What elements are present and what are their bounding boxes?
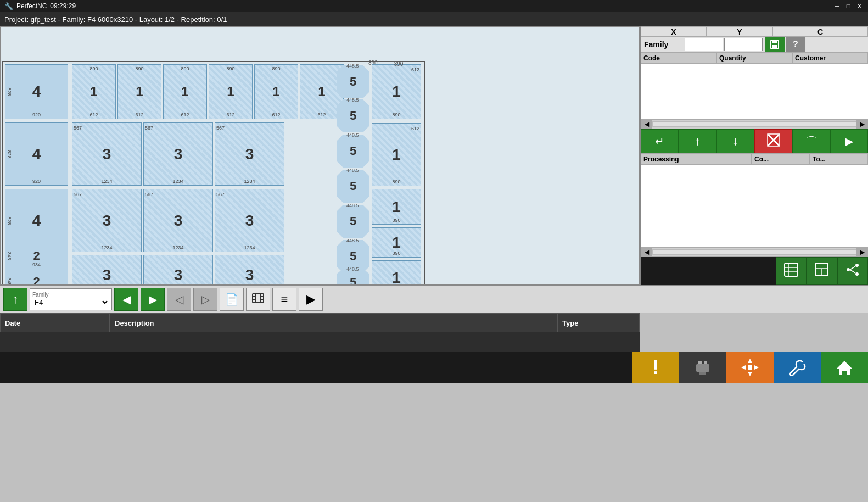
proc-scroll-right[interactable]: ▶ xyxy=(856,248,867,256)
app-title-group: 🔧 PerfectNC 09:29:29 xyxy=(4,2,76,10)
family-x-input[interactable] xyxy=(685,38,723,51)
minimize-btn[interactable]: ─ xyxy=(833,2,842,10)
dock-plugin-btn[interactable] xyxy=(679,352,726,383)
proc-scroll-left[interactable]: ◀ xyxy=(641,248,652,256)
dock-wrench-btn[interactable] xyxy=(774,352,821,383)
family-help-btn[interactable]: ? xyxy=(786,37,805,52)
dim-567e: 567 xyxy=(145,192,153,197)
action-up-btn[interactable]: ↑ xyxy=(679,129,716,153)
log-body xyxy=(0,332,640,352)
dock-exclamation-btn[interactable]: ! xyxy=(632,352,679,383)
scroll-left-btn[interactable]: ◀ xyxy=(641,120,652,129)
dim-828b: 828 xyxy=(7,150,12,158)
right-panel: X Y C Family ? Code Quantity Custome xyxy=(640,26,868,285)
proc-scroll-track xyxy=(652,249,856,255)
dim-612a: 612 xyxy=(89,112,98,118)
action-next-btn[interactable]: ▶ xyxy=(830,129,868,153)
family-y-input[interactable] xyxy=(724,38,763,51)
dim-890b: 890 xyxy=(135,66,143,71)
svg-rect-28 xyxy=(699,372,706,375)
dim-890a: 890 xyxy=(89,66,98,71)
dim-890r4: 890 xyxy=(392,250,400,256)
dim-1234c: 1234 xyxy=(244,179,255,184)
equals-btn[interactable]: ≡ xyxy=(272,288,296,311)
dim-612r2: 612 xyxy=(411,126,419,131)
processing-row: Processing Co... To... xyxy=(641,153,868,165)
family-row: Family ? xyxy=(641,37,868,53)
nav-next-green-btn[interactable]: ▶ xyxy=(141,288,165,311)
action-cross-btn[interactable] xyxy=(754,129,792,153)
action-return-btn[interactable]: ↵ xyxy=(641,129,679,153)
app-title: PerfectNC xyxy=(16,2,47,10)
canvas-area: 890 4 920 828 4 920 828 4 920 828 2 934 … xyxy=(0,26,640,285)
family-table[interactable] xyxy=(641,64,868,119)
nav-prev-green-btn[interactable]: ◀ xyxy=(114,288,138,311)
dim-448f: 448.5 xyxy=(346,238,359,243)
play-btn[interactable]: ▶ xyxy=(299,288,323,311)
svg-rect-33 xyxy=(748,365,752,370)
piece-3b: 3 1234 567 xyxy=(143,122,213,186)
c-col-header: C xyxy=(772,26,868,37)
family-dropdown[interactable]: F4 xyxy=(32,298,109,307)
icon-network-btn[interactable] xyxy=(837,257,868,285)
processing-col: Processing xyxy=(641,154,752,165)
dim-1234b: 1234 xyxy=(172,179,183,184)
dim-567d: 567 xyxy=(74,192,82,197)
bottom-dock: ! xyxy=(0,352,868,383)
dim-1234f: 1234 xyxy=(244,245,255,250)
dim-448d: 448.5 xyxy=(346,168,359,173)
octagon-5a: 5 xyxy=(337,65,369,98)
nav-next-gray-btn[interactable]: ▷ xyxy=(193,288,217,311)
dim-934a: 934 xyxy=(32,262,41,267)
dock-home-btn[interactable] xyxy=(821,352,868,383)
dim-345b: 345 xyxy=(7,277,12,285)
svg-line-17 xyxy=(850,270,855,273)
projectbar: Project: gfp_test - Family: F4 6000x3210… xyxy=(0,12,868,26)
log-desc-col: Description xyxy=(110,314,557,332)
xyc-header: X Y C xyxy=(641,26,868,37)
table-scrollbar[interactable]: ◀ ▶ xyxy=(641,119,868,129)
dim-612b: 612 xyxy=(135,112,143,118)
dim-612f: 612 xyxy=(317,112,326,118)
right-bottom-icons xyxy=(641,257,868,285)
maximize-btn[interactable]: □ xyxy=(844,2,853,10)
nav-prev-gray-btn[interactable]: ◁ xyxy=(167,288,191,311)
piece-1c: 1 612 890 xyxy=(163,64,207,119)
app-time: 09:29:29 xyxy=(50,2,76,10)
dim-1234a: 1234 xyxy=(101,179,112,184)
svg-rect-18 xyxy=(253,294,264,303)
dim-567f: 567 xyxy=(216,192,225,197)
family-selector: Family F4 xyxy=(30,288,112,310)
processing-scrollbar[interactable]: ◀ ▶ xyxy=(641,247,868,257)
action-buttons: ↵ ↑ ↓ ⌒ ▶ xyxy=(641,129,868,153)
x-col-header: X xyxy=(641,26,707,37)
dim-890r2: 890 xyxy=(392,179,400,185)
upload-btn[interactable]: ↑ xyxy=(3,288,27,311)
piece-3a: 3 1234 567 xyxy=(72,122,142,186)
scroll-right-btn[interactable]: ▶ xyxy=(856,120,867,129)
octagon-5d: 5 xyxy=(337,170,369,203)
piece-3d: 3 1234 567 xyxy=(72,189,142,252)
processing-table[interactable] xyxy=(641,165,868,247)
dim-448a: 448.5 xyxy=(346,63,359,69)
action-arc-btn[interactable]: ⌒ xyxy=(792,129,830,153)
dim-890d: 890 xyxy=(226,66,234,71)
icon-table-btn[interactable] xyxy=(776,257,807,285)
project-info: Project: gfp_test - Family: F4 6000x3210… xyxy=(4,15,227,24)
doc-btn[interactable]: 📄 xyxy=(220,288,244,311)
close-btn[interactable]: ✕ xyxy=(855,2,864,10)
log-date-col: Date xyxy=(0,314,110,332)
action-down-btn[interactable]: ↓ xyxy=(716,129,754,153)
family-save-btn[interactable] xyxy=(765,37,785,52)
film-btn[interactable] xyxy=(246,288,270,311)
bottom-toolbar: ↑ Family F4 ◀ ▶ ◁ ▷ 📄 ≡ ▶ xyxy=(0,285,868,313)
dock-move-btn[interactable] xyxy=(726,352,774,383)
svg-marker-34 xyxy=(837,361,852,375)
dim-890e: 890 xyxy=(272,66,280,71)
svg-marker-29 xyxy=(748,359,752,363)
family-selector-label: Family xyxy=(32,292,109,298)
table-header: Code Quantity Customer xyxy=(641,53,868,64)
piece-1d: 1 612 890 xyxy=(209,64,253,119)
to-col: To... xyxy=(810,154,868,165)
icon-layout-btn[interactable] xyxy=(807,257,837,285)
